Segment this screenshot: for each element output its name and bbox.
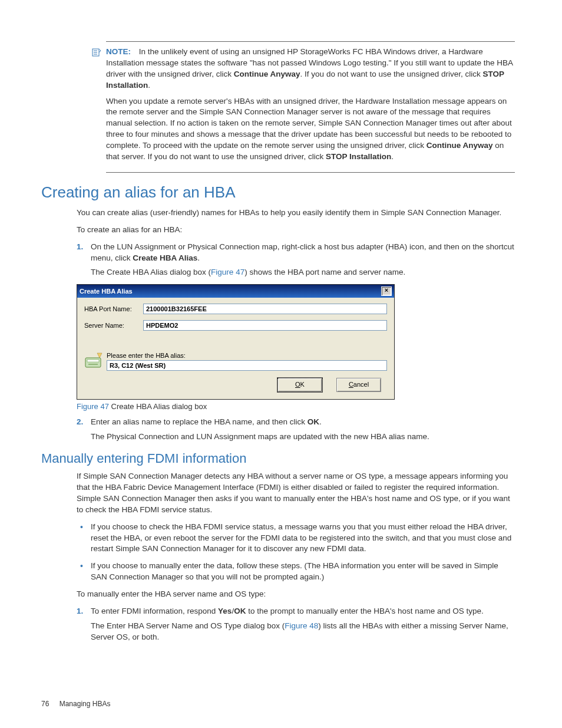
section2-lead: To manually enter the HBA server name an… [77,589,515,600]
close-icon[interactable]: × [381,286,392,296]
section2-bullet-1: • If you choose to check the HBA FDMI se… [77,522,515,555]
svg-rect-4 [85,358,101,367]
list-marker: 1. [77,242,83,253]
section1-lead: To create an alias for an HBA: [77,225,515,236]
figure-47-dialog: Create HBA Alias × HBA Port Name: 210000… [77,284,395,400]
note-block: NOTE: In the unlikely event of using an … [106,41,515,173]
alias-input[interactable]: R3, C12 (West SR) [107,360,387,371]
section2-step1-after: The Enter HBA Server Name and OS Type di… [91,621,515,643]
chapter-title: Managing HBAs [59,700,111,708]
section-heading-fdmi: Manually entering FDMI information [41,451,521,466]
section2-step-1: 1. To enter FDMI information, respond Ye… [77,606,515,643]
prompt-icon [84,352,105,370]
dialog-titlebar: Create HBA Alias × [77,285,394,298]
list-marker: 2. [77,417,83,428]
hba-port-name-label: HBA Port Name: [84,305,143,312]
section-heading-creating-alias: Creating an alias for an HBA [41,183,521,202]
server-name-field: HPDEMO2 [143,320,387,331]
note-icon [92,48,106,59]
page-footer: 76 Managing HBAs [41,700,110,708]
section1-step2-after: The Physical Connection and LUN Assignme… [91,431,515,443]
note-paragraph-1: NOTE: In the unlikely event of using an … [106,47,515,91]
cancel-button[interactable]: Cancel [336,378,381,392]
section1-intro: You can create alias (user-friendly) nam… [77,207,515,219]
figure-47-caption: Figure 47 Create HBA Alias dialog box [77,402,515,411]
alias-prompt-label: Please enter the HBA alias: [107,352,387,359]
figure-48-link[interactable]: Figure 48 [285,621,318,630]
figure-47-link[interactable]: Figure 47 [211,268,244,276]
section1-step-2: 2. Enter an alias name to replace the HB… [77,417,515,443]
note-paragraph-2: When you update a remote server's HBAs w… [106,96,515,163]
section2-bullet-2: • If you choose to manually enter the da… [77,561,515,583]
section2-intro: If Simple SAN Connection Manager detects… [77,471,515,516]
bullet-icon: • [80,561,83,572]
hba-port-name-field: 2100001B32165FEE [143,304,387,314]
ok-button[interactable]: OK [277,378,322,392]
svg-rect-5 [87,360,99,362]
note-label: NOTE: [106,47,131,56]
page-number: 76 [41,700,49,708]
bullet-icon: • [80,522,83,533]
section1-step-1: 1. On the LUN Assignment or Physical Con… [77,242,515,279]
server-name-label: Server Name: [84,322,143,329]
section1-step1-after: The Create HBA Alias dialog box (Figure … [91,267,515,278]
list-marker: 1. [77,606,83,617]
dialog-title: Create HBA Alias [80,288,133,295]
